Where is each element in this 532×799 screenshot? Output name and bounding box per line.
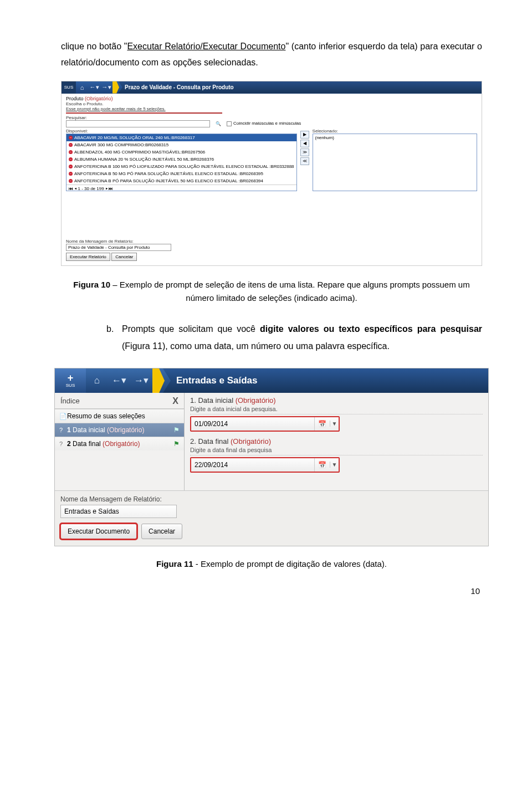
move-right-button[interactable]: ▶ — [300, 131, 309, 139]
status-dot-icon: – — [69, 136, 73, 140]
back-icon[interactable]: ←▾ — [88, 81, 100, 94]
list-item[interactable]: –ANFOTERICINA B 50 MG PÓ PARA SOLUÇÃO IN… — [66, 170, 296, 177]
report-msg-label: Nome da Mensagem de Relatório: — [66, 239, 477, 244]
empty-placeholder: (nenhum) — [313, 134, 477, 141]
move-all-right-button[interactable]: ≫ — [300, 148, 309, 156]
status-dot-icon: – — [69, 172, 73, 176]
list-item[interactable]: –ABACAVIR 300 MG COMPRIMIDO:BR0268315 — [66, 141, 296, 148]
limit-hint: Esse prompt não pode aceitar mais de 5 s… — [66, 106, 477, 111]
move-all-left-button[interactable]: ≪ — [300, 157, 309, 165]
required-tag: (Obrigatório) — [236, 396, 276, 404]
pager[interactable]: ⏮ ◀ 1 - 30 de 199 ▶ ⏭ — [66, 185, 296, 191]
available-list[interactable]: –ABACAVIR 20 MG/ML SOLUÇÃO ORAL 240 ML:B… — [66, 134, 297, 191]
execute-document-button[interactable]: Executar Documento — [60, 524, 137, 539]
list-item[interactable]: –ABACAVIR 20 MG/ML SOLUÇÃO ORAL 240 ML:B… — [66, 134, 296, 141]
list-marker-b: b. — [106, 320, 122, 355]
search-input[interactable] — [66, 120, 210, 127]
report-msg-input[interactable] — [60, 505, 177, 518]
status-dot-icon: – — [69, 143, 73, 147]
list-item[interactable]: –ALBENDAZOL 400 MG COMPRIMIDO MASTIGÁVEL… — [66, 148, 296, 156]
choose-hint: Escolha o Produto. — [66, 101, 477, 106]
q2-label: 2. Data final — [190, 437, 228, 445]
cancel-button[interactable]: Cancelar — [141, 524, 182, 539]
figure-10-caption: Figura 10 – Exemplo de prompt de seleção… — [61, 278, 482, 305]
report-msg-label: Nome da Mensagem de Relatório: — [60, 495, 483, 503]
chevron-separator — [152, 368, 165, 393]
status-dot-icon: – — [69, 179, 73, 183]
sidebar-row-data-inicial[interactable]: ?1 Data inicial (Obrigatório) ⚑ — [55, 423, 184, 437]
exec-link-text: Executar Relatório/Executar Documento — [127, 42, 285, 51]
status-dot-icon: – — [69, 165, 73, 168]
list-item[interactable]: –ALBUMINA HUMANA 20 % SOLUÇÃO INJETÁVEL … — [66, 156, 296, 163]
sus-logo: SUS — [62, 81, 76, 94]
forward-icon[interactable]: →▾ — [100, 81, 112, 94]
calendar-icon[interactable]: 📅 — [314, 458, 330, 472]
case-label: Coincidir maiúsculas e minúsculas — [233, 121, 301, 126]
dropdown-icon[interactable]: ▼ — [330, 462, 339, 468]
intro-paragraph: clique no botão "Executar Relatório/Exec… — [61, 39, 482, 71]
screenshot-figure-11: +SUS ⌂ ←▾ →▾ Entradas e Saídas Índice X … — [54, 368, 489, 546]
home-icon[interactable]: ⌂ — [86, 375, 108, 386]
q2-hint: Digite a data final da pesquisa — [190, 447, 483, 455]
case-checkbox[interactable] — [227, 121, 232, 126]
dropdown-icon[interactable]: ▼ — [330, 421, 339, 427]
calendar-icon[interactable]: 📅 — [314, 417, 330, 431]
status-dot-icon: – — [69, 150, 73, 154]
list-item[interactable]: –ANFOTERICINA B PÓ PARA SOLUÇÃO INJETÁVE… — [66, 177, 296, 185]
back-icon[interactable]: ←▾ — [108, 375, 130, 386]
execute-report-button[interactable]: Executar Relatório — [66, 253, 110, 261]
index-sidebar: Índice X 📄Resumo de suas seleções ?1 Dat… — [55, 393, 185, 490]
list-item[interactable]: –ANFOTERICINA B 100 MG PÓ LIOFILIZADO PA… — [66, 163, 296, 170]
search-go[interactable]: 🔍 — [216, 121, 221, 126]
selected-list[interactable]: (nenhum) — [313, 134, 477, 191]
close-icon[interactable]: X — [172, 396, 178, 406]
flag-icon: ⚑ — [173, 440, 180, 448]
chevron-separator — [112, 81, 119, 94]
sidebar-row-summary[interactable]: 📄Resumo de suas seleções — [55, 409, 184, 423]
required-tag: (Obrigatório) — [231, 437, 271, 445]
sus-logo: +SUS — [55, 368, 86, 393]
red-underline — [66, 112, 222, 114]
sidebar-row-data-final[interactable]: ?2 Data final (Obrigatório) ⚑ — [55, 437, 184, 450]
figure-11-caption: Figura 11 - Exemplo de prompt de digitaç… — [61, 557, 482, 571]
available-label: Disponível: — [66, 129, 297, 134]
search-label: Pesquisar: — [66, 115, 477, 120]
page-number: 10 — [61, 586, 482, 596]
cancel-button[interactable]: Cancelar — [111, 253, 137, 261]
window-title: Prazo de Validade - Consulta por Produto — [118, 81, 482, 94]
move-left-button[interactable]: ◀ — [300, 140, 309, 147]
report-msg-input[interactable] — [66, 244, 171, 251]
required-tag: (Obrigatório) — [85, 96, 113, 101]
produto-label: Produto — [66, 96, 84, 101]
date-field[interactable] — [191, 418, 314, 430]
list-item-b-text: Prompts que solicitam que você digite va… — [122, 320, 482, 355]
date-input-final[interactable]: 📅 ▼ — [190, 457, 340, 473]
forward-icon[interactable]: →▾ — [130, 375, 152, 386]
window-title: Entradas e Saídas — [163, 368, 488, 393]
status-dot-icon: – — [69, 157, 73, 161]
question-icon: ? — [59, 427, 67, 433]
selected-label: Selecionado: — [313, 129, 477, 134]
screenshot-figure-10: SUS ⌂ ←▾ →▾ Prazo de Validade - Consulta… — [61, 81, 482, 266]
q1-label: 1. Data inicial — [190, 396, 233, 404]
date-field[interactable] — [191, 459, 314, 471]
index-title: Índice — [60, 397, 80, 405]
question-icon: ? — [59, 441, 67, 447]
home-icon[interactable]: ⌂ — [76, 81, 88, 94]
summary-icon: 📄 — [59, 413, 67, 420]
q1-hint: Digite a data inicial da pesquisa. — [190, 406, 483, 414]
date-input-initial[interactable]: 📅 ▼ — [190, 416, 340, 432]
flag-icon: ⚑ — [173, 426, 180, 434]
